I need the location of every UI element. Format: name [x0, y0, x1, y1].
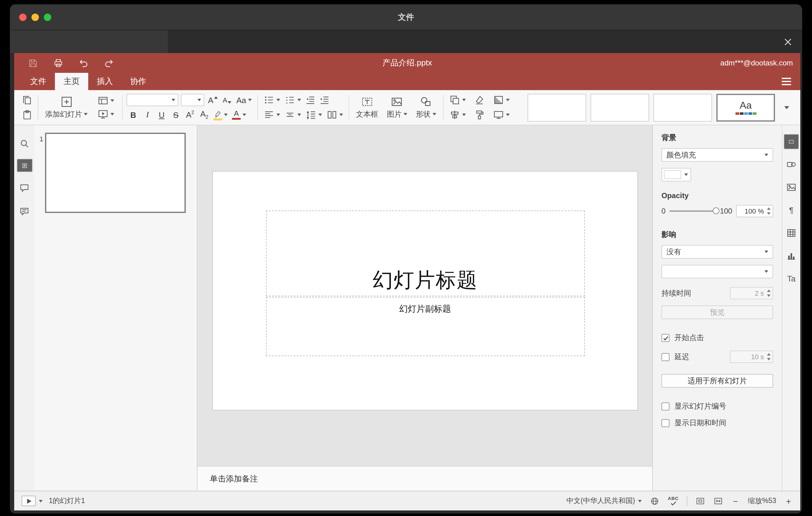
zoom-out-icon[interactable]: −	[731, 496, 740, 506]
maximize-window-icon[interactable]	[44, 13, 51, 21]
start-preview-button[interactable]	[22, 496, 36, 506]
redo-icon[interactable]	[104, 58, 114, 68]
slide[interactable]: 幻灯片标题 幻灯片副标题	[212, 171, 638, 410]
slide-workspace[interactable]: 幻灯片标题 幻灯片副标题	[198, 125, 652, 466]
subtitle-placeholder[interactable]: 幻灯片副标题	[266, 297, 585, 356]
columns-icon[interactable]	[324, 108, 345, 122]
copy-style-icon[interactable]	[473, 108, 486, 122]
slider-thumb[interactable]	[712, 207, 719, 214]
theme-thumbnail[interactable]	[527, 93, 586, 121]
theme-thumbnail[interactable]	[590, 93, 649, 121]
vertical-align-icon[interactable]	[283, 108, 303, 122]
paragraph-settings-icon[interactable]: ¶	[784, 202, 799, 218]
print-icon[interactable]	[53, 58, 63, 68]
delay-spinner[interactable]: 10 s	[730, 351, 773, 363]
title-placeholder[interactable]: 幻灯片标题	[266, 210, 585, 296]
insert-shape-button[interactable]: 形状	[413, 95, 439, 120]
slide-layout-button[interactable]	[96, 94, 116, 107]
transition-effect-select[interactable]: 没有	[662, 245, 773, 259]
language-select[interactable]: 中文(中华人民共和国)	[567, 496, 642, 506]
font-size-select[interactable]	[181, 94, 204, 106]
start-on-click-checkbox[interactable]	[662, 334, 669, 342]
paste-icon[interactable]	[20, 108, 34, 122]
fill-type-select[interactable]: 颜色填充	[662, 148, 773, 162]
slide-thumbnail[interactable]	[45, 133, 186, 213]
font-color-icon[interactable]: A	[230, 108, 248, 122]
duration-spinner[interactable]: 2 s	[730, 287, 773, 299]
slide-size-icon[interactable]	[491, 108, 512, 122]
tab-home[interactable]: 主页	[55, 73, 88, 90]
preview-button[interactable]: 预览	[662, 306, 773, 319]
spinner-down-icon[interactable]	[767, 358, 771, 361]
document-language-icon[interactable]	[650, 496, 660, 506]
add-slide-button[interactable]: 添加幻灯片	[42, 95, 91, 120]
undo-icon[interactable]	[78, 58, 89, 68]
increase-font-size-icon[interactable]: A	[206, 93, 220, 107]
search-icon[interactable]	[16, 135, 32, 151]
close-icon[interactable]	[781, 34, 795, 49]
underline-icon[interactable]: U	[155, 108, 169, 122]
bullet-list-icon[interactable]	[262, 93, 282, 107]
notes-area[interactable]: 单击添加备注	[198, 466, 652, 491]
start-slideshow-button[interactable]	[96, 107, 116, 121]
italic-icon[interactable]: I	[141, 108, 154, 122]
horizontal-align-icon[interactable]	[262, 108, 282, 122]
textart-settings-icon[interactable]: Ta	[784, 271, 799, 286]
fit-width-icon[interactable]	[713, 496, 723, 506]
image-settings-icon[interactable]	[784, 180, 799, 195]
line-spacing-icon[interactable]	[303, 108, 324, 122]
increase-indent-icon[interactable]	[318, 93, 331, 107]
decrease-font-size-icon[interactable]: A	[220, 93, 234, 107]
expand-theme-gallery-button[interactable]	[779, 93, 794, 121]
tab-file[interactable]: 文件	[22, 73, 55, 90]
insert-image-button[interactable]: 图片	[384, 95, 410, 120]
show-date-time-checkbox[interactable]	[662, 419, 669, 427]
change-case-icon[interactable]: Aa	[234, 93, 254, 107]
highlight-color-icon[interactable]	[212, 108, 230, 122]
spinner-up-icon[interactable]	[767, 207, 771, 210]
save-icon[interactable]	[28, 58, 38, 68]
close-window-icon[interactable]	[19, 13, 27, 21]
font-name-select[interactable]	[126, 94, 178, 106]
theme-thumbnail-selected[interactable]: Aa	[716, 93, 775, 121]
spinner-up-icon[interactable]	[767, 289, 771, 292]
color-scheme-icon[interactable]	[491, 93, 512, 107]
align-shapes-icon[interactable]	[447, 108, 468, 122]
opacity-slider[interactable]	[669, 210, 716, 212]
zoom-in-icon[interactable]: +	[784, 496, 793, 506]
delay-checkbox[interactable]	[662, 353, 669, 361]
spellcheck-icon[interactable]: ABC	[668, 496, 679, 506]
arrange-shapes-icon[interactable]	[447, 93, 468, 107]
chevron-down-icon[interactable]	[39, 500, 42, 502]
chat-icon[interactable]	[16, 203, 32, 219]
comments-icon[interactable]	[16, 180, 32, 196]
transition-variant-select[interactable]	[662, 265, 773, 278]
menu-icon[interactable]	[782, 78, 791, 85]
strikethrough-icon[interactable]: S	[169, 108, 183, 122]
decrease-indent-icon[interactable]	[303, 93, 317, 107]
numbered-list-icon[interactable]	[283, 93, 303, 107]
spinner-up-icon[interactable]	[767, 353, 771, 355]
tab-insert[interactable]: 插入	[88, 73, 121, 90]
fill-color-select[interactable]	[662, 168, 691, 181]
spinner-down-icon[interactable]	[767, 294, 771, 297]
shape-settings-icon[interactable]	[784, 157, 799, 172]
theme-thumbnail[interactable]	[654, 93, 712, 121]
clear-style-icon[interactable]	[473, 93, 486, 107]
subscript-icon[interactable]: A2	[198, 108, 211, 122]
bold-icon[interactable]: B	[126, 108, 140, 122]
show-slide-number-checkbox[interactable]	[662, 402, 669, 410]
insert-textbox-button[interactable]: 文本框	[353, 95, 381, 120]
fit-slide-icon[interactable]	[695, 496, 705, 506]
slides-panel-icon[interactable]	[16, 159, 32, 172]
apply-to-all-slides-button[interactable]: 适用于所有幻灯片	[662, 374, 773, 388]
spinner-down-icon[interactable]	[767, 212, 771, 215]
table-settings-icon[interactable]	[784, 225, 799, 241]
minimize-window-icon[interactable]	[31, 13, 39, 21]
copy-icon[interactable]	[20, 93, 34, 107]
tab-collaboration[interactable]: 协作	[121, 73, 155, 90]
slide-settings-icon[interactable]	[784, 134, 799, 149]
superscript-icon[interactable]: A2	[183, 108, 197, 122]
chart-settings-icon[interactable]	[784, 248, 799, 263]
opacity-value-spinner[interactable]: 100 %	[736, 205, 773, 217]
